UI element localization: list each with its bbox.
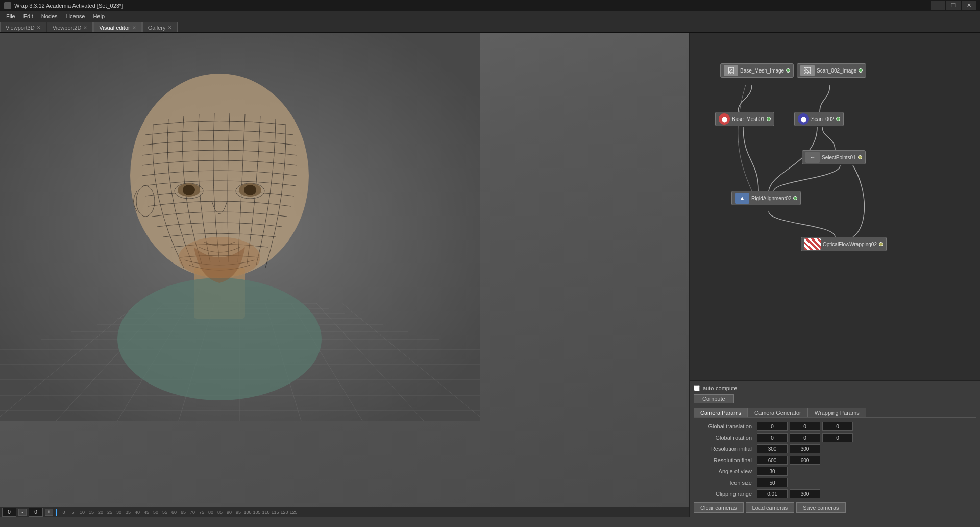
timeline-mark-80: 80: [206, 510, 215, 515]
tab-viewport3d[interactable]: Viewport3D ✕: [0, 22, 46, 32]
node-base-mesh-image-label: Base_Mesh_Image: [740, 68, 784, 74]
tab-viewport2d[interactable]: Viewport2D ✕: [47, 22, 93, 32]
prop-input-resolution-initial-w[interactable]: [757, 444, 788, 453]
node-base-mesh01-out: [767, 117, 771, 121]
prop-input-angle-of-view[interactable]: [757, 467, 788, 476]
load-cameras-button[interactable]: Load cameras: [746, 502, 795, 513]
node-optical-flow-wrapping02-out: [879, 242, 883, 246]
clear-cameras-button[interactable]: Clear cameras: [694, 502, 744, 513]
node-select-points01[interactable]: ↔ SelectPoints01: [802, 150, 866, 164]
close-button[interactable]: ✕: [962, 1, 976, 10]
save-cameras-button[interactable]: Save cameras: [796, 502, 845, 513]
tab-visual-editor-close[interactable]: ✕: [132, 25, 136, 30]
node-rigid-alignment02-icon: ▲: [735, 193, 749, 204]
node-optical-flow-wrapping02-icon: [804, 238, 821, 250]
node-scan-002-image[interactable]: 🖼 Scan_002_Image: [797, 63, 866, 78]
timeline-mark-45: 45: [142, 510, 151, 515]
prop-input-resolution-initial-h[interactable]: [790, 444, 820, 453]
timeline-mark-25: 25: [105, 510, 114, 515]
timeline-plus-btn[interactable]: +: [45, 509, 53, 516]
prop-input-global-translation-x[interactable]: [757, 422, 788, 431]
right-panel: 🖼 Base_Mesh_Image 🖼 Scan_002_Image ⬤ Bas…: [689, 33, 980, 517]
menu-file[interactable]: File: [2, 11, 19, 21]
timeline-mark-90: 90: [225, 510, 234, 515]
menu-edit[interactable]: Edit: [19, 11, 37, 21]
timeline-end-input[interactable]: 0: [29, 508, 43, 517]
node-rigid-alignment02[interactable]: ▲ RigidAlignment02: [731, 191, 801, 205]
timeline-minus-btn[interactable]: -: [18, 509, 27, 516]
main-layout: 0 - 0 + 0 5 10 15 20 25 30 35 40 45 50 5…: [0, 33, 980, 517]
prop-tab-camera-params[interactable]: Camera Params: [694, 408, 748, 417]
prop-input-resolution-final-h[interactable]: [790, 456, 820, 465]
tab-visual-editor[interactable]: Visual editor ✕: [93, 22, 141, 32]
prop-row-resolution-final: Resolution final: [694, 456, 976, 465]
prop-label-resolution-final: Resolution final: [694, 457, 755, 463]
tab-gallery-close[interactable]: ✕: [168, 25, 172, 30]
node-base-mesh01[interactable]: ⬤ Base_Mesh01: [715, 112, 774, 126]
timeline-cursor: [56, 509, 57, 516]
prop-input-icon-size[interactable]: [757, 478, 788, 487]
timeline-start-input[interactable]: 0: [2, 508, 16, 517]
tab-bar: Viewport3D ✕ Viewport2D ✕ Visual editor …: [0, 21, 980, 33]
timeline-mark-15: 15: [87, 510, 96, 515]
timeline-mark-75: 75: [197, 510, 206, 515]
node-base-mesh-image[interactable]: 🖼 Base_Mesh_Image: [720, 63, 794, 78]
properties-panel: auto-compute Compute Camera Params Camer…: [690, 380, 980, 517]
tab-visual-editor-label: Visual editor: [99, 25, 130, 31]
action-buttons: Clear cameras Load cameras Save cameras: [694, 502, 976, 513]
node-select-points01-icon: ↔: [805, 152, 820, 163]
timeline-mark-100: 100: [243, 510, 252, 515]
prop-label-clipping-range: Clipping range: [694, 491, 755, 497]
prop-input-resolution-final-w[interactable]: [757, 456, 788, 465]
node-scan-002-label: Scan_002: [811, 116, 834, 122]
node-optical-flow-wrapping02[interactable]: OpticalFlowWrapping02: [801, 237, 887, 251]
tab-gallery-label: Gallery: [148, 25, 166, 31]
tab-viewport2d-close[interactable]: ✕: [83, 25, 87, 30]
tab-viewport3d-close[interactable]: ✕: [37, 25, 41, 30]
node-rigid-alignment02-out: [793, 196, 797, 200]
node-canvas: 🖼 Base_Mesh_Image 🖼 Scan_002_Image ⬤ Bas…: [690, 33, 980, 380]
node-scan-002[interactable]: ⬤ Scan_002: [794, 112, 844, 126]
node-rigid-alignment02-label: RigidAlignment02: [751, 196, 791, 201]
node-editor[interactable]: 🖼 Base_Mesh_Image 🖼 Scan_002_Image ⬤ Bas…: [690, 33, 980, 380]
timeline-bar: 0 - 0 + 0 5 10 15 20 25 30 35 40 45 50 5…: [0, 507, 689, 517]
prop-input-global-rotation-y[interactable]: [790, 433, 820, 442]
menu-help[interactable]: Help: [89, 11, 109, 21]
auto-compute-checkbox[interactable]: [694, 385, 700, 391]
compute-button[interactable]: Compute: [694, 394, 734, 403]
prop-input-global-rotation-x[interactable]: [757, 433, 788, 442]
prop-label-icon-size: Icon size: [694, 480, 755, 486]
node-base-mesh-image-out: [786, 68, 790, 73]
viewport3d[interactable]: [0, 33, 689, 507]
prop-input-global-translation-y[interactable]: [790, 422, 820, 431]
timeline-mark-95: 95: [234, 510, 243, 515]
menu-nodes[interactable]: Nodes: [37, 11, 62, 21]
prop-input-clipping-range-max[interactable]: [790, 489, 820, 498]
timeline-mark-120: 120: [280, 510, 289, 515]
prop-row-clipping-range: Clipping range: [694, 489, 976, 498]
prop-row-global-translation: Global translation: [694, 422, 976, 431]
node-base-mesh01-icon: ⬤: [719, 113, 730, 125]
properties-fields: Global translation Global rotation Resol…: [694, 422, 976, 498]
timeline-mark-10: 10: [78, 510, 87, 515]
timeline-mark-40: 40: [133, 510, 142, 515]
node-connections-svg: [690, 33, 980, 380]
prop-row-icon-size: Icon size: [694, 478, 976, 487]
prop-input-global-translation-z[interactable]: [822, 422, 853, 431]
timeline-mark-35: 35: [124, 510, 133, 515]
tab-viewport2d-label: Viewport2D: [53, 25, 82, 31]
svg-point-24: [117, 278, 322, 400]
menu-license[interactable]: License: [62, 11, 89, 21]
node-scan-002-image-label: Scan_002_Image: [817, 68, 856, 74]
title-bar-left: Wrap 3.3.12 Academia Activated [Set_023*…: [4, 2, 123, 9]
tab-gallery[interactable]: Gallery ✕: [142, 22, 178, 32]
prop-tab-camera-generator[interactable]: Camera Generator: [748, 408, 808, 417]
restore-button[interactable]: ❐: [946, 1, 961, 10]
prop-tab-wrapping-params[interactable]: Wrapping Params: [808, 408, 866, 417]
minimize-button[interactable]: ─: [931, 1, 945, 10]
prop-input-clipping-range-min[interactable]: [757, 489, 788, 498]
title-bar: Wrap 3.3.12 Academia Activated [Set_023*…: [0, 0, 980, 11]
node-optical-flow-wrapping02-label: OpticalFlowWrapping02: [823, 242, 877, 247]
prop-input-global-rotation-z[interactable]: [822, 433, 853, 442]
timeline-mark-65: 65: [179, 510, 188, 515]
